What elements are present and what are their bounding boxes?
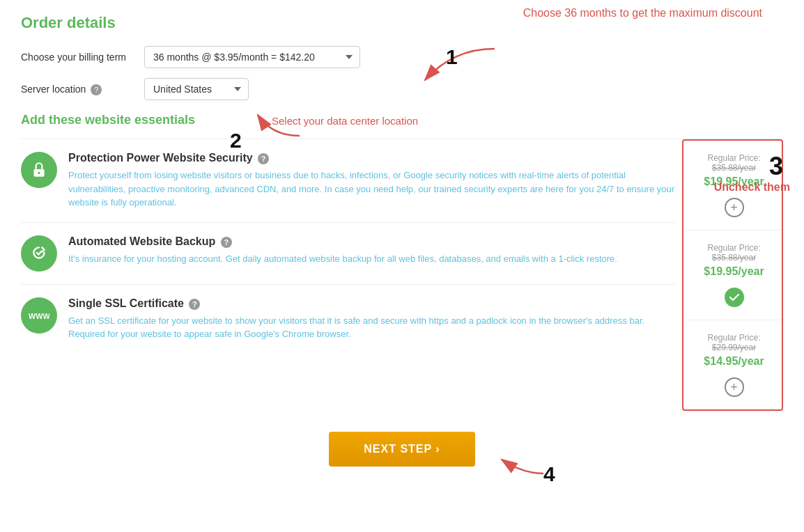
security-regular-price: Regular Price: $35.88/year — [689, 153, 779, 173]
security-title: Protection Power Website Security ? — [68, 152, 675, 164]
essentials-title: Add these website essentials — [21, 113, 783, 127]
backup-icon — [21, 235, 57, 272]
addon-ssl: WWW Single SSL Certificate ? Get an SSL … — [21, 285, 675, 354]
addon-backup: Automated Website Backup ? It's insuranc… — [21, 223, 675, 285]
ssl-desc: Get an SSL certificate for your website … — [68, 314, 675, 341]
backup-sale-price: $19.95/year — [704, 265, 764, 278]
step-num-3: 3 — [769, 152, 783, 181]
server-help-icon[interactable]: ? — [91, 84, 102, 95]
backup-toggle[interactable] — [725, 288, 744, 307]
backup-title: Automated Website Backup ? — [68, 235, 675, 248]
billing-term-select[interactable]: 36 months @ $3.95/month = $142.20 24 mon… — [144, 46, 360, 68]
next-step-container: NEXT STEP › — [21, 432, 783, 467]
svg-point-3 — [38, 172, 40, 174]
step-num-4: 4 — [543, 462, 555, 486]
server-label: Server location ? — [21, 84, 136, 95]
security-toggle[interactable]: + — [725, 198, 744, 217]
backup-help-icon[interactable]: ? — [221, 237, 232, 248]
annotation-hint3: Uncheck them — [714, 181, 790, 194]
security-desc: Protect yourself from losing website vis… — [68, 169, 675, 210]
backup-content: Automated Website Backup ? It's insuranc… — [68, 235, 675, 266]
security-content: Protection Power Website Security ? Prot… — [68, 152, 675, 210]
ssl-help-icon[interactable]: ? — [189, 299, 200, 310]
price-column: Regular Price: $35.88/year $19.95/year +… — [682, 139, 783, 411]
step-num-1: 1 — [446, 45, 458, 69]
svg-text:WWW: WWW — [29, 312, 49, 320]
ssl-regular-price: Regular Price: $29.99/year — [689, 333, 779, 352]
server-location-select[interactable]: United States Europe Asia — [144, 78, 249, 100]
billing-term-row: Choose your billing term 36 months @ $3.… — [21, 46, 783, 68]
ssl-content: Single SSL Certificate ? Get an SSL cert… — [68, 297, 675, 341]
step-num-2: 2 — [230, 129, 242, 152]
ssl-title: Single SSL Certificate ? — [68, 297, 675, 310]
backup-regular-price: Regular Price: $35.88/year — [689, 243, 779, 263]
addon-security: Protection Power Website Security ? Prot… — [21, 139, 675, 223]
security-icon — [21, 152, 57, 188]
ssl-sale-price: $14.95/year — [704, 355, 764, 368]
next-step-button[interactable]: NEXT STEP › — [329, 432, 474, 467]
server-location-row: Server location ? United States Europe A… — [21, 78, 783, 100]
ssl-price-box: Regular Price: $29.99/year $14.95/year + — [683, 320, 783, 409]
backup-price-box: Regular Price: $35.88/year $19.95/year — [683, 230, 783, 320]
billing-label: Choose your billing term — [21, 52, 136, 63]
page-title: Order details — [21, 14, 783, 32]
ssl-icon: WWW — [21, 297, 57, 334]
addons-list: Protection Power Website Security ? Prot… — [21, 139, 675, 354]
backup-desc: It's insurance for your hosting account.… — [68, 252, 675, 266]
ssl-toggle[interactable]: + — [725, 377, 744, 397]
security-help-icon[interactable]: ? — [258, 153, 269, 164]
